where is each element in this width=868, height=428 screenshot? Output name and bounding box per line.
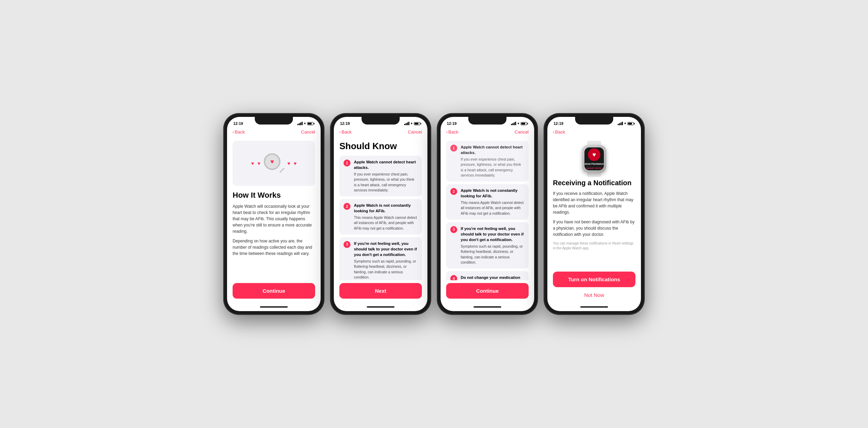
- watch-hr-label: HEART RATE: [587, 167, 601, 169]
- screen-content-4: ♥ Atrial Fibrillation HEART RATE Receivi…: [547, 137, 641, 269]
- info-card-3-4: 4 Do not change your medication without …: [446, 271, 529, 280]
- info-card-3-2: 2 Apple Watch is not constantly looking …: [446, 184, 529, 220]
- info-num-3-2: 2: [450, 188, 457, 195]
- chevron-left-icon-1: ‹: [233, 129, 234, 135]
- info-card-title-3-3: If you're not feeling well, you should t…: [461, 226, 524, 242]
- info-card-text-3-1: If you ever experience chest pain, press…: [461, 157, 524, 178]
- watch-band-bottom: [587, 172, 601, 177]
- info-num-3-3: 3: [450, 226, 457, 233]
- magnify-heart-icon: ♥: [270, 158, 274, 165]
- battery-icon-1: [307, 122, 314, 125]
- next-button-2[interactable]: Next: [339, 283, 422, 299]
- phone-2: 12:19 ▾ ‹: [330, 113, 431, 315]
- phone-3-screen: 12:19 ▾ ‹: [441, 117, 534, 311]
- nav-bar-4: ‹ Back: [547, 128, 641, 137]
- signal-icon-3: [511, 122, 516, 125]
- info-card-body-3-2: Apple Watch is not constantly looking fo…: [461, 188, 524, 216]
- time-1: 12:19: [233, 121, 243, 126]
- phones-container: 12:19 ▾ ‹: [224, 113, 644, 315]
- phone-1: 12:19 ▾ ‹: [224, 113, 324, 315]
- back-button-4[interactable]: ‹ Back: [553, 129, 565, 135]
- signal-icon-1: [297, 122, 303, 125]
- notch-2: [362, 117, 400, 125]
- heart-4: ♥: [294, 161, 296, 166]
- info-card-title-2-1: Apple Watch cannot detect heart attacks.: [354, 159, 418, 170]
- info-card-text-2-2: This means Apple Watch cannot detect all…: [354, 215, 418, 231]
- body-p2-1: Depending on how active you are, the num…: [233, 238, 315, 257]
- back-button-2[interactable]: ‹ Back: [339, 129, 351, 135]
- battery-icon-2: [414, 122, 421, 125]
- body-p1-1: Apple Watch will occasionally look at yo…: [233, 203, 315, 234]
- status-icons-2: ▾: [404, 122, 421, 125]
- info-card-2-2: 2 Apple Watch is not constantly looking …: [339, 199, 422, 234]
- info-num-2-1: 1: [344, 160, 350, 166]
- notch-3: [468, 117, 506, 125]
- info-card-title-2-2: Apple Watch is not constantly looking fo…: [354, 203, 418, 214]
- phone-4: 12:19 ▾ ‹: [544, 113, 644, 315]
- info-num-2-3: 3: [344, 241, 350, 248]
- continue-button-1[interactable]: Continue: [233, 283, 315, 299]
- back-label-4: Back: [555, 129, 565, 135]
- watch-screen: ♥ Atrial Fibrillation HEART RATE: [584, 147, 604, 170]
- screen-body-4: If you receive a notification, Apple Wat…: [553, 190, 635, 269]
- info-card-body-3-3: If you're not feeling well, you should t…: [461, 226, 524, 265]
- turn-on-btn-wrapper: Turn on Notifications: [553, 272, 635, 287]
- wifi-icon-4: ▾: [624, 122, 626, 125]
- screen-body-1: Apple Watch will occasionally look at yo…: [233, 203, 315, 280]
- home-indicator-4: [580, 306, 608, 308]
- back-label-2: Back: [341, 129, 351, 135]
- chevron-left-icon-4: ‹: [553, 129, 554, 135]
- chevron-left-icon-2: ‹: [339, 129, 341, 135]
- screen-content-3: 1 Apple Watch cannot detect heart attack…: [441, 137, 534, 280]
- wifi-icon-2: ▾: [411, 122, 413, 125]
- info-card-title-3-1: Apple Watch cannot detect heart attacks.: [461, 144, 524, 155]
- info-card-title-3-2: Apple Watch is not constantly looking fo…: [461, 188, 524, 199]
- info-card-text-3-3: Symptoms such as rapid, pounding, or flu…: [461, 244, 524, 265]
- status-icons-3: ▾: [511, 122, 528, 125]
- continue-button-3[interactable]: Continue: [446, 283, 529, 299]
- info-card-text-2-3: Symptoms such as rapid, pounding, or flu…: [354, 259, 418, 280]
- info-card-body-2-2: Apple Watch is not constantly looking fo…: [354, 203, 418, 231]
- body-p1-4: If you receive a notification, Apple Wat…: [553, 190, 635, 215]
- info-num-3-4: 4: [450, 275, 457, 280]
- nav-bar-1: ‹ Back Cancel: [227, 128, 321, 137]
- home-indicator-2: [367, 306, 394, 308]
- time-3: 12:19: [447, 121, 457, 126]
- phone-2-screen: 12:19 ▾ ‹: [334, 117, 427, 311]
- cancel-button-3[interactable]: Cancel: [515, 129, 529, 135]
- hero-image-1: ♥ ♥ ♥ ♥ ♥: [233, 141, 315, 186]
- heart-2: ♥: [258, 161, 260, 166]
- watch-body: ♥ Atrial Fibrillation HEART RATE: [582, 145, 606, 173]
- back-button-3[interactable]: ‹ Back: [446, 129, 458, 135]
- watch-container: ♥ Atrial Fibrillation HEART RATE: [553, 141, 635, 176]
- info-card-2-1: 1 Apple Watch cannot detect heart attack…: [339, 156, 422, 196]
- info-card-title-3-4: Do not change your medication without ta…: [461, 275, 524, 280]
- magnify-icon: ♥: [264, 153, 284, 173]
- screen-content-1: ♥ ♥ ♥ ♥ ♥ How It Works Apple W: [227, 137, 321, 280]
- heart-3: ♥: [287, 161, 290, 166]
- not-now-button[interactable]: Not Now: [547, 289, 641, 301]
- turn-on-notifications-button[interactable]: Turn on Notifications: [553, 272, 635, 287]
- cancel-button-2[interactable]: Cancel: [408, 129, 422, 135]
- time-2: 12:19: [340, 121, 350, 126]
- info-card-text-3-2: This means Apple Watch cannot detect all…: [461, 200, 524, 216]
- signal-icon-2: [404, 122, 409, 125]
- signal-icon-4: [618, 122, 623, 125]
- nav-bar-2: ‹ Back Cancel: [334, 128, 427, 137]
- hero-hearts: ♥ ♥ ♥ ♥ ♥: [251, 153, 296, 173]
- screen-title-4: Receiving a Notification: [553, 179, 635, 187]
- wifi-icon-3: ▾: [518, 122, 519, 125]
- phone-4-screen: 12:19 ▾ ‹: [547, 117, 641, 311]
- cancel-button-1[interactable]: Cancel: [301, 129, 315, 135]
- chevron-left-icon-3: ‹: [446, 129, 448, 135]
- info-num-3-1: 1: [450, 145, 457, 152]
- info-card-body-2-3: If you're not feeling well, you should t…: [354, 241, 418, 280]
- back-button-1[interactable]: ‹ Back: [233, 129, 245, 135]
- watch-heart-container: ♥: [588, 148, 600, 161]
- watch-afib-label: Atrial Fibrillation: [584, 162, 604, 165]
- magnify-handle: [279, 168, 285, 173]
- time-4: 12:19: [554, 121, 563, 126]
- notify-note-4: You can manage these notifications in He…: [553, 241, 635, 251]
- screen-title-1: How It Works: [233, 191, 315, 200]
- info-card-body-3-1: Apple Watch cannot detect heart attacks.…: [461, 144, 524, 178]
